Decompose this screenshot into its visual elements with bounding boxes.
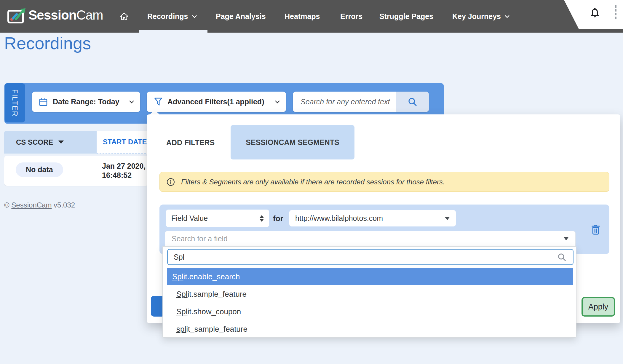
field-option[interactable]: Split.sample_feature (167, 285, 573, 303)
option-rest-text: it_sample_feature (186, 325, 247, 334)
brand-name: SessionCam (28, 8, 103, 23)
sort-descending-icon (58, 141, 64, 144)
advanced-filters-label: Advanced Filters(1 applied) (167, 98, 264, 106)
bell-icon (589, 6, 601, 19)
column-header-start-date[interactable]: START DATE (97, 131, 149, 154)
column-label: START DATE (103, 138, 147, 146)
nav-label: Key Journeys (452, 12, 501, 21)
apply-button[interactable]: Apply (582, 297, 615, 317)
option-match-text: spl (176, 325, 186, 334)
option-match-text: Spl (176, 290, 188, 299)
copyright-symbol: © (4, 201, 11, 209)
funnel-icon (154, 97, 163, 107)
start-date-line1: Jan 27 2020, (102, 162, 146, 171)
version-text: v5.032 (52, 201, 75, 209)
field-search-placeholder: Search for a field (172, 234, 228, 243)
tab-add-filters[interactable]: ADD FILTERS (160, 132, 221, 153)
dropdown-arrow-icon (563, 237, 569, 240)
option-rest-text: it.show_coupon (188, 307, 241, 316)
nav-item-recordings[interactable]: Recordings (147, 0, 197, 33)
sessioncam-link[interactable]: SessionCam (11, 201, 52, 209)
delete-filter-button[interactable] (589, 223, 602, 236)
screen: SessionCam Recordings Page Analysis Heat… (0, 0, 623, 364)
nav-item-key-journeys[interactable]: Key Journeys (452, 0, 510, 33)
notifications-button[interactable] (589, 6, 601, 20)
option-rest-text: it.sample_feature (188, 290, 247, 299)
chevron-down-icon (504, 15, 510, 18)
nav-label: Heatmaps (285, 12, 320, 21)
text-search-box (293, 92, 429, 112)
home-icon (120, 12, 129, 20)
site-value: http://www.bilalphotos.com (295, 214, 383, 223)
chevron-down-icon (192, 15, 197, 18)
cs-score-badge: No data (16, 162, 63, 177)
advanced-filters-button[interactable]: Advanced Filters(1 applied) (147, 92, 286, 112)
field-option-selected[interactable]: Split.enable_search (167, 268, 573, 285)
date-range-label: Date Range: Today (53, 98, 119, 106)
panel-arrow-notch (150, 110, 160, 115)
magnifier-icon (557, 253, 567, 262)
nav-home-button[interactable] (120, 0, 129, 33)
field-option[interactable]: Split.show_coupon (167, 303, 573, 320)
search-button[interactable] (396, 92, 429, 112)
nav-label: Recordings (147, 12, 188, 21)
for-label: for (273, 214, 283, 223)
field-search-select[interactable]: Search for a field (165, 231, 576, 246)
date-range-button[interactable]: Date Range: Today (32, 92, 140, 112)
column-header-cs-score[interactable]: CS SCORE (4, 131, 97, 154)
field-type-value: Field Value (171, 214, 208, 223)
brand-session-text: Session (28, 8, 76, 22)
nav-label: Errors (340, 12, 362, 21)
dropdown-arrow-icon (445, 217, 450, 220)
notice-banner: Filters & Segments are only available if… (159, 172, 609, 192)
column-label: CS SCORE (16, 138, 53, 146)
search-input[interactable] (293, 92, 396, 112)
option-match-text: Spl (172, 272, 183, 281)
start-date-value: Jan 27 2020, 16:48:52 (102, 162, 146, 180)
nav-item-heatmaps[interactable]: Heatmaps (285, 0, 320, 33)
brand-cam-text: Cam (76, 8, 103, 22)
field-type-select[interactable]: Field Value (166, 210, 269, 227)
start-date-line2: 16:48:52 (102, 171, 146, 180)
sessioncam-logo-icon (7, 7, 27, 25)
field-search-input[interactable] (167, 249, 574, 265)
filter-side-tab[interactable]: FILTER (4, 83, 25, 122)
nav-label: Page Analysis (216, 12, 266, 21)
option-rest-text: it.enable_search (183, 272, 240, 281)
spinner-arrows-icon (260, 215, 264, 222)
page-title: Recordings (4, 33, 91, 53)
vertical-dashed-divider (615, 5, 616, 19)
nav-item-page-analysis[interactable]: Page Analysis (216, 0, 266, 33)
field-search-dropdown: Split.enable_search Split.sample_feature… (162, 246, 576, 338)
tab-sessioncam-segments[interactable]: SESSIONCAM SEGMENTS (231, 125, 354, 159)
info-icon (166, 178, 175, 186)
copyright-text: © SessionCam v5.032 (4, 201, 75, 209)
table-row[interactable]: No data Jan 27 2020, 16:48:52 (4, 156, 149, 186)
nav-item-struggle-pages[interactable]: Struggle Pages (379, 0, 433, 33)
tab-label: SESSIONCAM SEGMENTS (246, 138, 339, 147)
option-match-text: Spl (176, 307, 188, 316)
tab-label: ADD FILTERS (166, 138, 215, 147)
nav-item-errors[interactable]: Errors (340, 0, 362, 33)
chevron-down-icon (275, 100, 280, 103)
active-nav-indicator (139, 30, 207, 33)
site-select[interactable]: http://www.bilalphotos.com (289, 210, 456, 226)
chevron-down-icon (129, 100, 134, 103)
navbar-corner-notch (564, 0, 623, 29)
nav-label: Struggle Pages (379, 12, 433, 21)
field-option[interactable]: split_sample_feature (167, 320, 573, 338)
calendar-icon (39, 97, 48, 107)
filter-tab-label: FILTER (11, 89, 19, 117)
magnifier-icon (408, 97, 418, 107)
top-navbar: SessionCam Recordings Page Analysis Heat… (0, 0, 623, 33)
trash-icon (591, 224, 601, 235)
notice-text: Filters & Segments are only available if… (181, 178, 445, 186)
